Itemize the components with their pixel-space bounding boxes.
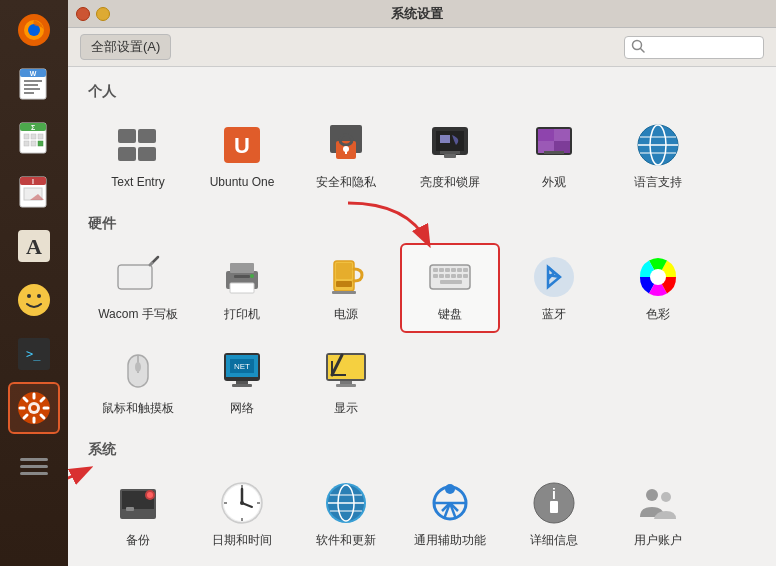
sidebar-item-firefox[interactable] — [8, 4, 60, 56]
window-title: 系统设置 — [68, 5, 768, 23]
svg-rect-48 — [138, 129, 156, 143]
backup-label: 备份 — [126, 533, 150, 549]
system-grid: 备份 — [88, 469, 756, 559]
svg-rect-100 — [440, 280, 462, 284]
svg-rect-80 — [230, 283, 254, 293]
grid-item-datetime[interactable]: 日期和时间 — [192, 469, 292, 559]
grid-item-wacom[interactable]: Wacom 手写板 — [88, 243, 188, 333]
svg-rect-60 — [440, 151, 460, 154]
grid-item-text-entry[interactable]: Text Entry — [88, 111, 188, 201]
grid-item-mouse[interactable]: 鼠标和触摸板 — [88, 337, 188, 427]
grid-item-user-accounts[interactable]: 用户账户 — [608, 469, 708, 559]
svg-point-33 — [31, 405, 37, 411]
svg-point-148 — [646, 489, 658, 501]
grid-item-security[interactable]: 安全和隐私 — [296, 111, 396, 201]
svg-point-103 — [650, 269, 666, 285]
svg-rect-115 — [340, 381, 352, 384]
svg-rect-147 — [550, 501, 558, 513]
mouse-icon — [114, 347, 162, 395]
grid-item-display[interactable]: 显示 — [296, 337, 396, 427]
firefox-icon — [15, 11, 53, 49]
sidebar-item-font[interactable]: A — [8, 220, 60, 272]
grid-item-details[interactable]: i 详细信息 — [504, 469, 604, 559]
svg-point-27 — [27, 294, 31, 298]
titlebar: ✕ − 系统设置 — [68, 0, 776, 28]
grid-item-software[interactable]: 软件和更新 — [296, 469, 396, 559]
grid-item-color[interactable]: 色彩 — [608, 243, 708, 333]
grid-item-network[interactable]: NET 网络 — [192, 337, 292, 427]
svg-text:W: W — [30, 70, 37, 77]
svg-point-149 — [661, 492, 671, 502]
ubuntu-one-icon: U — [218, 121, 266, 169]
bluetooth-icon — [530, 253, 578, 301]
language-icon — [634, 121, 682, 169]
section-title-personal: 个人 — [88, 83, 756, 101]
section-title-hardware: 硬件 — [88, 215, 756, 233]
display-label: 显示 — [334, 401, 358, 417]
all-settings-button[interactable]: 全部设置(A) — [80, 34, 171, 60]
grid-item-backup[interactable]: 备份 — [88, 469, 188, 559]
mouse-label: 鼠标和触摸板 — [102, 401, 174, 417]
grid-item-bluetooth[interactable]: 蓝牙 — [504, 243, 604, 333]
grid-item-appearance[interactable]: 外观 — [504, 111, 604, 201]
appearance-icon — [530, 121, 578, 169]
impress-icon: I — [15, 173, 53, 211]
search-input[interactable] — [649, 40, 749, 55]
section-title-system: 系统 — [88, 441, 756, 459]
bluetooth-label: 蓝牙 — [542, 307, 566, 323]
grid-item-language[interactable]: 语言支持 — [608, 111, 708, 201]
keyboard-icon — [426, 253, 474, 301]
calc-icon: Σ — [15, 119, 53, 157]
svg-rect-84 — [336, 263, 352, 279]
svg-rect-42 — [20, 458, 48, 461]
sidebar-item-settings[interactable]: 系统设置 — [8, 382, 60, 434]
svg-rect-92 — [457, 268, 462, 272]
datetime-label: 日期和时间 — [212, 533, 272, 549]
svg-rect-99 — [463, 274, 468, 278]
svg-point-106 — [135, 362, 141, 372]
grid-item-keyboard[interactable]: 键盘 — [400, 243, 500, 333]
svg-rect-47 — [118, 129, 136, 143]
sidebar-item-impress[interactable]: I — [8, 166, 60, 218]
svg-rect-93 — [463, 268, 468, 272]
svg-rect-116 — [336, 384, 356, 387]
svg-rect-94 — [433, 274, 438, 278]
svg-point-26 — [18, 284, 50, 316]
svg-rect-98 — [457, 274, 462, 278]
svg-point-122 — [147, 492, 153, 498]
svg-rect-44 — [20, 472, 48, 475]
language-label: 语言支持 — [634, 175, 682, 191]
grid-item-brightness[interactable]: 亮度和锁屏 — [400, 111, 500, 201]
svg-rect-13 — [24, 134, 29, 139]
svg-rect-61 — [444, 154, 456, 158]
accessibility-icon — [426, 479, 474, 527]
text-entry-icon — [114, 121, 162, 169]
svg-rect-18 — [38, 141, 43, 146]
ubuntu-one-label: Ubuntu One — [210, 175, 275, 191]
sidebar-item-extra[interactable] — [8, 440, 60, 492]
svg-point-28 — [37, 294, 41, 298]
personal-grid: Text Entry U Ubuntu One — [88, 111, 756, 201]
svg-text:A: A — [26, 234, 42, 259]
sidebar-item-face[interactable] — [8, 274, 60, 326]
svg-rect-16 — [24, 141, 29, 146]
grid-item-accessibility[interactable]: 通用辅助功能 — [400, 469, 500, 559]
sidebar-item-calc[interactable]: Σ — [8, 112, 60, 164]
svg-rect-86 — [332, 291, 356, 294]
sidebar-item-writer[interactable]: W — [8, 58, 60, 110]
grid-item-printer[interactable]: 打印机 — [192, 243, 292, 333]
svg-line-41 — [24, 415, 27, 418]
printer-icon — [218, 253, 266, 301]
sidebar-item-terminal[interactable]: >_ — [8, 328, 60, 380]
datetime-icon — [218, 479, 266, 527]
software-icon — [322, 479, 370, 527]
svg-rect-43 — [20, 465, 48, 468]
keyboard-label: 键盘 — [438, 307, 462, 323]
svg-text:I: I — [32, 178, 34, 185]
extra-icon — [15, 447, 53, 485]
grid-item-power[interactable]: 电源 — [296, 243, 396, 333]
details-icon: i — [530, 479, 578, 527]
grid-item-ubuntu-one[interactable]: U Ubuntu One — [192, 111, 292, 201]
svg-line-77 — [150, 263, 152, 265]
svg-rect-95 — [439, 274, 444, 278]
